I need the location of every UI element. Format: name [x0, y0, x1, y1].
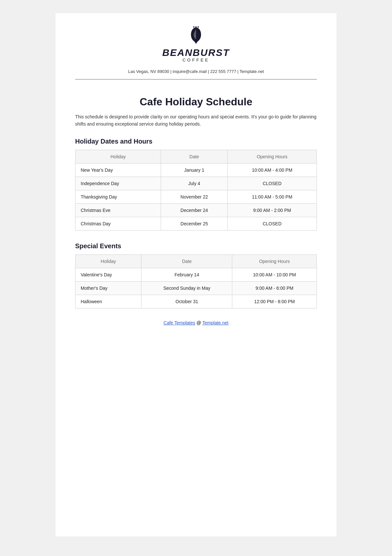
special-cell-1-1: Second Sunday in May: [141, 281, 232, 295]
logo-icon: [186, 26, 206, 46]
template-net-link[interactable]: Template.net: [202, 320, 228, 325]
holiday-cell-4-0: Christmas Day: [75, 217, 161, 230]
special-cell-2-2: 12:00 PM - 8:00 PM: [232, 295, 317, 308]
logo-sub: COFFEE: [183, 58, 210, 62]
holiday-cell-2-1: November 22: [161, 190, 228, 203]
special-section-title: Special Events: [75, 242, 317, 250]
logo-brand: BEANBURST: [162, 48, 230, 58]
logo-container: BEANBURST COFFEE: [162, 26, 230, 62]
special-col-header-0: Holiday: [75, 254, 141, 268]
special-cell-0-2: 10:00 AM - 10:00 PM: [232, 268, 317, 281]
holiday-col-header-2: Opening Hours: [228, 150, 317, 163]
page-title: Cafe Holiday Schedule: [75, 96, 317, 108]
special-col-header-1: Date: [141, 254, 232, 268]
table-row: Thanksgiving DayNovember 2211:00 AM - 5:…: [75, 190, 317, 203]
special-cell-0-1: February 14: [141, 268, 232, 281]
table-row: Mother's DaySecond Sunday in May9:00 AM …: [75, 281, 317, 295]
holiday-cell-4-2: CLOSED: [228, 217, 317, 230]
contact-bar: Las Vegas, NV 89030 | inquire@cafe.mail …: [128, 69, 264, 74]
special-cell-2-1: October 31: [141, 295, 232, 308]
holiday-cell-4-1: December 25: [161, 217, 228, 230]
page-header: BEANBURST COFFEE Las Vegas, NV 89030 | i…: [75, 26, 317, 79]
holiday-cell-1-0: Independence Day: [75, 177, 161, 190]
table-row: HalloweenOctober 3112:00 PM - 8:00 PM: [75, 295, 317, 308]
special-cell-2-0: Halloween: [75, 295, 141, 308]
cafe-templates-link[interactable]: Cafe Templates: [164, 320, 195, 325]
holiday-cell-0-2: 10:00 AM - 4:00 PM: [228, 163, 317, 177]
table-row: Christmas DayDecember 25CLOSED: [75, 217, 317, 230]
special-col-header-2: Opening Hours: [232, 254, 317, 268]
holiday-cell-0-0: New Year's Day: [75, 163, 161, 177]
special-table: Holiday Date Opening Hours Valentine's D…: [75, 254, 317, 308]
footer-separator: @: [196, 320, 202, 325]
holiday-cell-0-1: January 1: [161, 163, 228, 177]
special-cell-1-0: Mother's Day: [75, 281, 141, 295]
holiday-cell-1-1: July 4: [161, 177, 228, 190]
table-row: Independence DayJuly 4CLOSED: [75, 177, 317, 190]
holiday-col-header-1: Date: [161, 150, 228, 163]
holiday-table: Holiday Date Opening Hours New Year's Da…: [75, 150, 317, 231]
special-cell-0-0: Valentine's Day: [75, 268, 141, 281]
intro-text: This schedule is designed to provide cla…: [75, 113, 317, 128]
holiday-cell-1-2: CLOSED: [228, 177, 317, 190]
footer-links: Cafe Templates @ Template.net: [75, 320, 317, 325]
table-row: New Year's DayJanuary 110:00 AM - 4:00 P…: [75, 163, 317, 177]
special-cell-1-2: 9:00 AM - 6:00 PM: [232, 281, 317, 295]
holiday-cell-2-0: Thanksgiving Day: [75, 190, 161, 203]
holiday-table-header-row: Holiday Date Opening Hours: [75, 150, 317, 163]
page: BEANBURST COFFEE Las Vegas, NV 89030 | i…: [56, 13, 336, 536]
holiday-cell-2-2: 11:00 AM - 5:00 PM: [228, 190, 317, 203]
holiday-cell-3-2: 9:00 AM - 2:00 PM: [228, 203, 317, 217]
holiday-cell-3-0: Christmas Eve: [75, 203, 161, 217]
table-row: Christmas EveDecember 249:00 AM - 2:00 P…: [75, 203, 317, 217]
table-row: Valentine's DayFebruary 1410:00 AM - 10:…: [75, 268, 317, 281]
holiday-cell-3-1: December 24: [161, 203, 228, 217]
special-table-header-row: Holiday Date Opening Hours: [75, 254, 317, 268]
holiday-section-title: Holiday Dates and Hours: [75, 138, 317, 145]
holiday-col-header-0: Holiday: [75, 150, 161, 163]
